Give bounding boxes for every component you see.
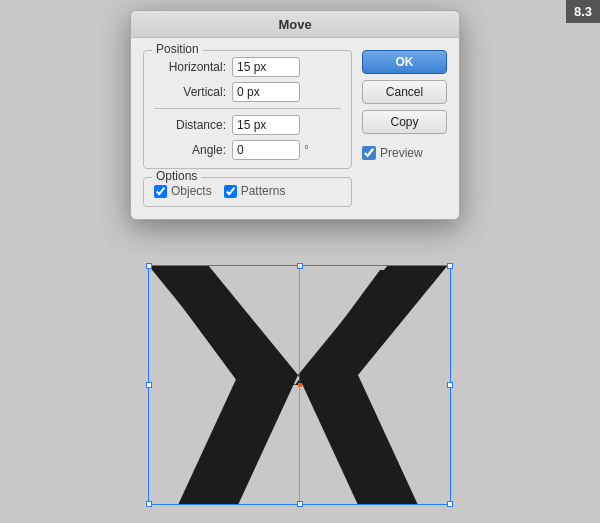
patterns-label: Patterns	[241, 184, 286, 198]
vertical-input[interactable]	[232, 82, 300, 102]
selection-box	[148, 265, 451, 505]
patterns-option[interactable]: Patterns	[224, 184, 286, 198]
angle-unit: °	[304, 143, 309, 157]
center-line-v	[299, 266, 300, 504]
dialog-title: Move	[278, 17, 311, 32]
dialog-right-panel: OK Cancel Copy Preview	[362, 50, 447, 207]
dialog-body: Position Horizontal: Vertical: Distance:…	[131, 38, 459, 219]
preview-checkbox[interactable]	[362, 146, 376, 160]
horizontal-row: Horizontal:	[154, 57, 341, 77]
angle-row: Angle: °	[154, 140, 341, 160]
version-badge: 8.3	[566, 0, 600, 23]
position-legend: Position	[152, 42, 203, 56]
handle-bottom-left[interactable]	[146, 501, 152, 507]
options-row: Objects Patterns	[154, 184, 341, 198]
objects-option[interactable]: Objects	[154, 184, 212, 198]
patterns-checkbox[interactable]	[224, 185, 237, 198]
preview-option[interactable]: Preview	[362, 146, 447, 160]
cancel-button[interactable]: Cancel	[362, 80, 447, 104]
position-fieldset: Position Horizontal: Vertical: Distance:…	[143, 50, 352, 169]
handle-middle-right[interactable]	[447, 382, 453, 388]
handle-top-right[interactable]	[447, 263, 453, 269]
angle-input[interactable]	[232, 140, 300, 160]
handle-middle-left[interactable]	[146, 382, 152, 388]
vertical-row: Vertical:	[154, 82, 341, 102]
handle-top-left[interactable]	[146, 263, 152, 269]
objects-label: Objects	[171, 184, 212, 198]
distance-input[interactable]	[232, 115, 300, 135]
divider	[154, 108, 341, 109]
angle-label: Angle:	[154, 143, 226, 157]
ok-button[interactable]: OK	[362, 50, 447, 74]
vertical-label: Vertical:	[154, 85, 226, 99]
handle-bottom-right[interactable]	[447, 501, 453, 507]
preview-label: Preview	[380, 146, 423, 160]
objects-checkbox[interactable]	[154, 185, 167, 198]
options-legend: Options	[152, 169, 201, 183]
move-dialog: Move Position Horizontal: Vertical: Dist…	[130, 10, 460, 220]
dialog-left-panel: Position Horizontal: Vertical: Distance:…	[143, 50, 352, 207]
dialog-titlebar: Move	[131, 11, 459, 38]
options-fieldset: Options Objects Patterns	[143, 177, 352, 207]
distance-row: Distance:	[154, 115, 341, 135]
horizontal-input[interactable]	[232, 57, 300, 77]
copy-button[interactable]: Copy	[362, 110, 447, 134]
horizontal-label: Horizontal:	[154, 60, 226, 74]
distance-label: Distance:	[154, 118, 226, 132]
